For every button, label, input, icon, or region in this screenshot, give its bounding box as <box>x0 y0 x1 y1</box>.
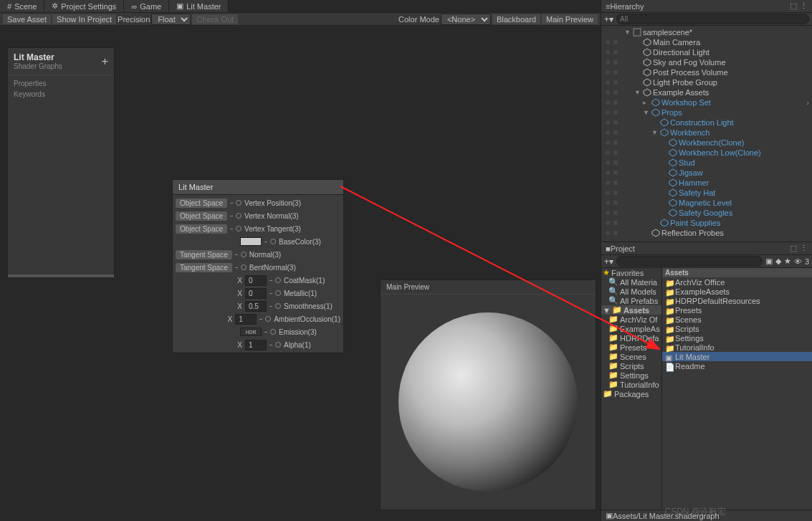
tab-lit-master[interactable]: ▣Lit Master <box>169 0 229 12</box>
search-by-label-icon[interactable]: ◆ <box>775 257 781 266</box>
hierarchy-item-paint-supplies[interactable]: Paint Supplies <box>601 218 812 228</box>
project-asset-scripts[interactable]: 📁Scripts <box>662 324 812 333</box>
expand-toggle[interactable]: ▼ <box>624 29 631 36</box>
blackboard-resize-handle[interactable] <box>8 274 114 277</box>
node-port-metallic-[interactable]: X0Metallic(1) <box>173 287 343 300</box>
node-port-bentnormal-[interactable]: Tangent SpaceBentNormal(3) <box>173 261 343 274</box>
project-asset-tutorialinfo[interactable]: 📁TutorialInfo <box>662 343 812 352</box>
node-port-basecolor-[interactable]: BaseColor(3) <box>173 235 343 248</box>
project-folder-hdrpdefa[interactable]: 📁HDRPDefa <box>601 333 661 343</box>
hierarchy-item-workbench-low-clone-[interactable]: Workbench Low(Clone) <box>601 148 812 158</box>
space-dropdown[interactable]: Tangent Space <box>176 263 232 272</box>
space-dropdown[interactable]: Tangent Space <box>176 250 232 259</box>
hierarchy-item-props[interactable]: ▼Props <box>601 107 812 118</box>
value-field[interactable]: 0.5 <box>245 301 267 312</box>
hierarchy-item-magnetic-level[interactable]: Magnetic Level <box>601 198 812 208</box>
node-port-smoothness-[interactable]: X0.5Smoothness(1) <box>173 300 343 312</box>
hierarchy-tree[interactable]: ▼samplescene*Main CameraDirectional Ligh… <box>601 26 812 242</box>
save-search-icon[interactable]: ★ <box>784 257 791 266</box>
input-port[interactable] <box>241 252 247 257</box>
show-in-project-button[interactable]: Show In Project <box>52 14 116 24</box>
project-folder-settings[interactable]: 📁Settings <box>601 371 661 380</box>
project-folder-all-materia[interactable]: 🔍All Materia <box>601 277 661 287</box>
project-create-button[interactable]: +▾ <box>604 257 613 267</box>
hierarchy-item-post-process-volume[interactable]: Post Process Volume <box>601 67 812 77</box>
input-port[interactable] <box>275 277 281 283</box>
hierarchy-item-sky-and-fog-volume[interactable]: Sky and Fog Volume <box>601 57 812 67</box>
project-menu-icon[interactable]: ⋮ <box>800 244 808 253</box>
blackboard-section-keywords[interactable]: Keywords <box>14 89 108 100</box>
value-field[interactable]: 1 <box>235 314 257 325</box>
color-field[interactable] <box>240 237 262 246</box>
project-asset-presets[interactable]: 📁Presets <box>662 305 812 315</box>
hidden-packages-icon[interactable]: 👁 <box>794 257 802 266</box>
expand-toggle[interactable]: ▼ <box>634 89 641 96</box>
tab-scene[interactable]: #Scene <box>0 0 44 12</box>
hierarchy-item-hammer[interactable]: Hammer <box>601 178 812 188</box>
save-asset-button[interactable]: Save Asset <box>3 14 51 24</box>
project-asset-archviz-office[interactable]: 📁ArchViz Office <box>662 277 812 287</box>
input-port[interactable] <box>236 200 242 206</box>
color-mode-select[interactable]: <None> <box>441 14 491 25</box>
main-preview-panel[interactable]: Main Preview <box>380 279 596 510</box>
tab-project-settings[interactable]: ✲Project Settings <box>44 0 124 12</box>
hierarchy-item-main-camera[interactable]: Main Camera <box>601 37 812 47</box>
create-button[interactable]: +▾ <box>604 14 613 24</box>
input-port[interactable] <box>241 264 247 270</box>
project-folder-exampleas[interactable]: 📁ExampleAs <box>601 324 661 333</box>
project-folder-all-prefabs[interactable]: 🔍All Prefabs <box>601 296 661 305</box>
project-asset-hdrpdefaultresources[interactable]: 📁HDRPDefaultResources <box>662 296 812 305</box>
project-folder-tutorialinfo[interactable]: 📁TutorialInfo <box>601 380 661 389</box>
hierarchy-item-workshop-set[interactable]: ▸Workshop Set› <box>601 97 812 107</box>
project-asset-scenes[interactable]: 📁Scenes <box>662 315 812 324</box>
project-lock-icon[interactable]: ⬚ <box>790 244 797 253</box>
node-port-ambientocclusion-[interactable]: X1AmbientOcclusion(1) <box>173 312 343 325</box>
expand-toggle[interactable]: ▸ <box>643 99 650 106</box>
shader-graph-canvas[interactable]: Lit Master Shader Graphs + PropertiesKey… <box>0 26 601 521</box>
hierarchy-item-construction-light[interactable]: Construction Light <box>601 118 812 128</box>
node-port-vertex-tangent-[interactable]: Object SpaceVertex Tangent(3) <box>173 222 343 235</box>
blackboard-toggle[interactable]: Blackboard <box>492 14 540 24</box>
expand-toggle[interactable]: ▼ <box>643 109 650 116</box>
project-folder-favorites[interactable]: ★Favorites <box>601 268 661 277</box>
tab-game[interactable]: ∞Game <box>124 0 169 12</box>
project-asset-exampleassets[interactable]: 📁ExampleAssets <box>662 287 812 296</box>
node-port-vertex-position-[interactable]: Object SpaceVertex Position(3) <box>173 196 343 209</box>
blackboard-panel[interactable]: Lit Master Shader Graphs + PropertiesKey… <box>7 47 115 278</box>
project-search-input[interactable] <box>616 256 763 267</box>
input-port[interactable] <box>236 226 242 231</box>
hierarchy-menu-icon[interactable]: ⋮ <box>800 1 808 11</box>
search-by-type-icon[interactable]: ▣ <box>765 257 773 266</box>
project-folder-tree[interactable]: ★Favorites🔍All Materia🔍All Models🔍All Pr… <box>601 268 662 510</box>
input-port[interactable] <box>275 303 281 309</box>
hierarchy-item-safety-hat[interactable]: Safety Hat <box>601 188 812 198</box>
input-port[interactable] <box>236 213 242 219</box>
hierarchy-search-input[interactable] <box>616 14 809 24</box>
hierarchy-item-workbench[interactable]: ▼Workbench <box>601 128 812 138</box>
input-port[interactable] <box>270 329 276 335</box>
input-port[interactable] <box>275 342 281 348</box>
value-field[interactable]: 1 <box>245 340 267 350</box>
add-property-button[interactable]: + <box>102 55 108 68</box>
node-port-emission-[interactable]: HDREmission(3) <box>173 325 343 338</box>
hierarchy-item-directional-light[interactable]: Directional Light <box>601 47 812 57</box>
node-port-alpha-[interactable]: X1Alpha(1) <box>173 338 343 351</box>
project-folder-scripts[interactable]: 📁Scripts <box>601 361 661 371</box>
project-folder-all-models[interactable]: 🔍All Models <box>601 287 661 296</box>
check-out-button[interactable]: Check Out <box>192 14 238 24</box>
hdr-color-field[interactable]: HDR <box>240 328 262 336</box>
preview-viewport[interactable] <box>381 295 596 510</box>
project-asset-settings[interactable]: 📁Settings <box>662 333 812 343</box>
hierarchy-lock-icon[interactable]: ⬚ <box>790 1 797 11</box>
input-port[interactable] <box>270 239 276 244</box>
precision-select[interactable]: Float <box>151 14 191 25</box>
hierarchy-item-stud[interactable]: Stud <box>601 158 812 168</box>
main-preview-toggle[interactable]: Main Preview <box>542 14 598 24</box>
space-dropdown[interactable]: Object Space <box>176 199 227 208</box>
input-port[interactable] <box>275 290 281 296</box>
hierarchy-item-light-probe-group[interactable]: Light Probe Group <box>601 77 812 87</box>
lit-master-node[interactable]: Lit Master Object SpaceVertex Position(3… <box>172 179 344 353</box>
hierarchy-item-samplescene-[interactable]: ▼samplescene* <box>601 27 812 37</box>
hierarchy-item-jigsaw[interactable]: Jigsaw <box>601 168 812 178</box>
project-asset-lit-master[interactable]: ▣Lit Master <box>662 352 812 361</box>
